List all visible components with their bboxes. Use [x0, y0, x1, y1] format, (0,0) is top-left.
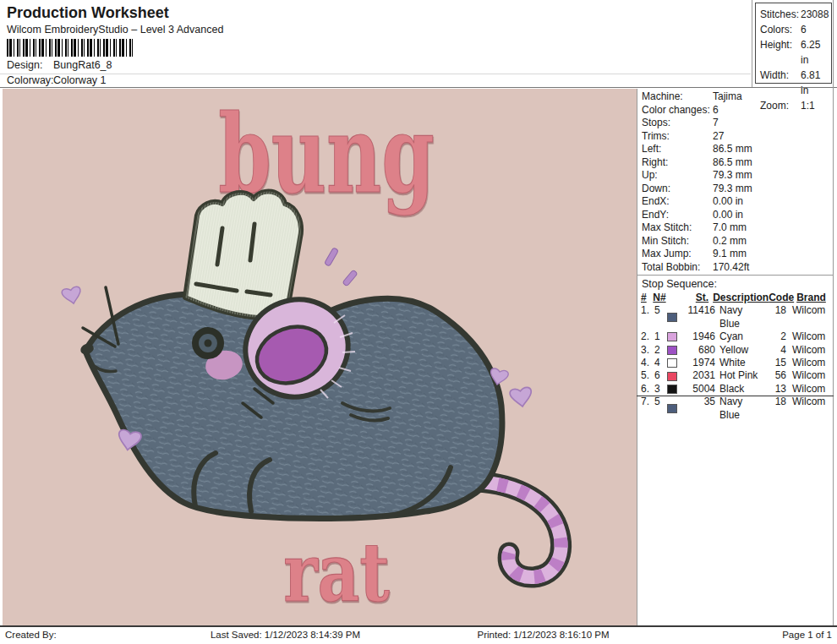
- thread-color-swatch: [667, 385, 677, 394]
- summary-value: 6.25 in: [801, 37, 831, 68]
- machine-info-label: Up:: [642, 169, 713, 183]
- table-row: 2. 1 1946 Cyan 2 Wilcom: [637, 330, 833, 343]
- col-needle: N#: [653, 292, 665, 304]
- stitch-count: 11416: [685, 304, 715, 330]
- col-stitches: St.: [681, 292, 708, 304]
- row-number: 7.: [641, 396, 654, 422]
- summary-row: Stitches: 23088: [756, 7, 831, 22]
- machine-info-value: 0.00 in: [713, 209, 833, 222]
- table-row: 6. 3 5004 Black 13 Wilcom: [637, 383, 833, 396]
- table-row: 3. 2 680 Yellow 4 Wilcom: [637, 344, 833, 357]
- machine-info-value: 86.5 mm: [713, 156, 833, 170]
- footer: Created By: Last Saved: 1/12/2023 8:14:3…: [0, 625, 837, 644]
- thread-code: 18: [764, 304, 786, 330]
- machine-info-value: 0.00 in: [713, 195, 833, 209]
- needle-number: 2: [654, 344, 667, 357]
- created-by: Created By:: [0, 627, 156, 644]
- col-swatch: [665, 292, 681, 304]
- summary-label: Colors:: [760, 22, 801, 37]
- needle-number: 4: [654, 357, 667, 369]
- stop-sequence-table: # N# St. Description Code Brand 1. 5 114…: [637, 292, 833, 422]
- needle-number: 5: [654, 304, 667, 330]
- summary-row: Colors: 6: [756, 22, 831, 37]
- needle-number: 6: [654, 369, 667, 382]
- machine-info-value: Tajima: [713, 90, 833, 104]
- table-row: 5. 6 2031 Hot Pink 56 Wilcom: [637, 369, 833, 382]
- machine-info-value: 9.1 mm: [713, 248, 833, 261]
- thread-description: Hot Pink: [715, 369, 764, 382]
- right-border: [833, 0, 834, 625]
- col-number: #: [641, 292, 653, 304]
- thread-brand: Wilcom: [786, 369, 833, 382]
- machine-info-value: 86.5 mm: [713, 143, 833, 156]
- thread-code: 2: [764, 330, 786, 343]
- stitch-count: 1974: [685, 357, 715, 369]
- stitch-count: 35: [685, 396, 715, 422]
- row-number: 3.: [641, 344, 654, 357]
- thread-color-swatch: [667, 372, 677, 381]
- printed: Printed: 1/12/2023 8:16:10 PM: [414, 627, 672, 644]
- machine-info-row: Total Bobbin: 170.42ft: [637, 261, 833, 275]
- production-worksheet-page: Production Worksheet Wilcom EmbroiderySt…: [0, 0, 837, 644]
- machine-info-row: Max Jump: 9.1 mm: [637, 248, 833, 261]
- thread-brand: Wilcom: [786, 396, 833, 422]
- row-number: 5.: [641, 369, 654, 382]
- thread-color-swatch: [667, 358, 677, 368]
- row-number: 2.: [641, 330, 654, 343]
- summary-value: 6: [801, 22, 831, 37]
- machine-info-label: Trims:: [642, 130, 713, 144]
- table-row: 7. 5 35 Navy Blue 18 Wilcom: [637, 396, 833, 422]
- machine-info-row: Machine: Tajima: [637, 90, 833, 104]
- machine-info-label: Min Stitch:: [642, 235, 713, 248]
- machine-info-value: 79.3 mm: [713, 169, 833, 183]
- machine-info-label: Right:: [642, 156, 713, 170]
- thread-description: Navy Blue: [715, 304, 764, 330]
- colorway-label: Colorway:: [7, 74, 54, 86]
- thread-color-swatch: [667, 313, 677, 322]
- summary-box: Stitches: 23088 Colors: 6 Height: 6.25 i…: [755, 3, 832, 84]
- machine-info-row: EndY: 0.00 in: [637, 209, 833, 222]
- summary-label: Height:: [760, 37, 801, 68]
- barcode: [7, 39, 134, 57]
- col-description: Description: [708, 292, 769, 304]
- machine-info-label: Max Stitch:: [642, 221, 713, 235]
- machine-info-row: Up: 79.3 mm: [637, 169, 833, 183]
- thread-description: Yellow: [715, 344, 764, 357]
- stitch-count: 1946: [685, 330, 715, 343]
- thread-brand: Wilcom: [786, 344, 833, 357]
- stop-sequence-header: # N# St. Description Code Brand: [637, 292, 833, 304]
- last-saved: Last Saved: 1/12/2023 8:14:39 PM: [156, 627, 414, 644]
- machine-info-row: Down: 79.3 mm: [637, 183, 833, 196]
- summary-value: 23088: [801, 7, 831, 22]
- machine-info-value: 7.0 mm: [713, 221, 833, 235]
- machine-info-value: 0.2 mm: [713, 235, 833, 248]
- machine-info-panel: Machine: Tajima Color changes: 6 Stops: …: [637, 90, 833, 274]
- machine-info-label: Machine:: [642, 90, 713, 104]
- design-row: Design: BungRat6_8: [0, 59, 751, 74]
- machine-info-row: EndX: 0.00 in: [637, 195, 833, 209]
- thread-code: 56: [764, 369, 786, 382]
- design-label: Design:: [7, 59, 42, 71]
- col-code: Code: [769, 292, 790, 304]
- machine-info-value: 7: [713, 117, 833, 130]
- thread-code: 4: [764, 344, 786, 357]
- needle-number: 5: [654, 396, 667, 422]
- thread-color-swatch: [667, 346, 677, 355]
- panel-section-divider: [637, 275, 834, 276]
- machine-info-row: Stops: 7: [637, 117, 833, 130]
- page-number: Page 1 of 1: [672, 627, 837, 644]
- design-value: BungRat6_8: [53, 59, 112, 71]
- header-divider: [0, 87, 837, 88]
- embroidery-artwork: bung: [3, 89, 637, 625]
- machine-info-label: Color changes:: [642, 104, 713, 117]
- stitch-count: 2031: [685, 369, 715, 382]
- machine-info-row: Right: 86.5 mm: [637, 156, 833, 170]
- thread-description: White: [715, 357, 764, 369]
- machine-info-label: Stops:: [642, 117, 713, 130]
- thread-brand: Wilcom: [786, 383, 833, 396]
- thread-color-swatch: [667, 404, 677, 413]
- machine-info-label: EndY:: [642, 209, 713, 222]
- thread-color-swatch: [667, 332, 677, 341]
- machine-info-value: 170.42ft: [713, 261, 833, 275]
- machine-info-row: Color changes: 6: [637, 104, 833, 117]
